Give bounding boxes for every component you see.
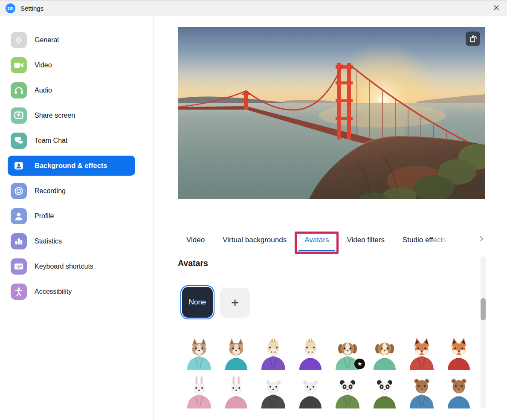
person-icon [11,208,27,224]
avatar-thumbnail-rabbit-hoodie[interactable] [180,371,217,409]
sidebar-list: ⚙GeneralVideoAudioShare screenTeam ChatB… [0,27,153,304]
avatar-thumbnail-rabbit-tshirt[interactable] [217,371,255,409]
avatar-thumbnail-fox-hoodie[interactable] [403,333,440,371]
tab-avatars[interactable]: Avatars [304,231,330,244]
sidebar-item-label: General [35,36,59,44]
avatar-none-button[interactable]: None [182,287,213,318]
gear-icon: ⚙ [11,32,27,48]
scrollbar-track[interactable] [481,256,486,408]
bar-chart-icon [11,233,27,249]
headphones-icon [11,82,27,98]
background-effects-tabs: VideoVirtual backgroundsAvatarsVideo fil… [185,231,447,255]
svg-text:⚙: ⚙ [15,35,23,45]
star-badge: ★ [354,359,365,369]
main-content: VideoVirtual backgroundsAvatarsVideo fil… [154,16,507,420]
avatar-grid: ★ [180,333,479,409]
avatars-section-heading: Avatars [178,258,208,268]
avatar-thumbnail-corgi-hoodie[interactable] [180,333,217,371]
scrollbar-thumb[interactable] [481,298,486,320]
avatar-thumbnail-panda-hoodie[interactable] [329,371,366,409]
tab-studio-effects[interactable]: Studio effects [402,231,447,244]
sidebar-item-general[interactable]: ⚙General [0,27,153,52]
avatar-thumbnail-horse-tshirt[interactable] [292,333,329,371]
record-circle-icon [11,183,27,199]
sidebar-item-accessibility[interactable]: Accessibility [0,279,153,304]
window-title: Settings [20,5,43,12]
tab-virtual-backgrounds[interactable]: Virtual backgrounds [222,231,287,244]
sidebar-item-label: Accessibility [35,288,72,295]
sidebar-item-label: Recording [35,187,66,195]
avatar-thumbnail-dog-tshirt[interactable] [366,333,403,371]
avatar-thumbnail-polar-bear-hoodie[interactable] [255,371,292,409]
person-card-icon [11,158,27,174]
chevron-right-icon [478,235,485,244]
more-tabs-button[interactable] [476,235,487,245]
avatar-thumbnail-panda-tshirt[interactable] [366,371,403,409]
rotate-preview-button[interactable] [466,32,480,46]
zoom-app-icon: zm [6,3,15,13]
sidebar-item-label: Share screen [35,112,75,119]
avatar-thumbnail-beaver-hoodie[interactable] [403,371,440,409]
sidebar-item-recording[interactable]: Recording [0,178,153,203]
avatar-thumbnail-dog-hoodie[interactable]: ★ [329,333,366,371]
avatar-thumbnail-beaver-tshirt[interactable] [440,371,477,409]
sidebar-item-audio[interactable]: Audio [0,78,153,103]
tab-label-part: ect [433,236,443,244]
tab-label-part: Studio eff [403,236,433,244]
tab-video[interactable]: Video [185,231,206,244]
sidebar-item-label: Audio [35,87,52,94]
avatar-thumbnail-fox-tshirt[interactable] [440,333,477,371]
chat-bubbles-icon [11,133,27,149]
keyboard-icon [11,258,27,275]
sidebar-item-profile[interactable]: Profile [0,203,153,229]
sidebar-item-label: Video [35,61,52,69]
sidebar-item-label: Keyboard shortcuts [35,263,93,270]
settings-sidebar: ⚙GeneralVideoAudioShare screenTeam ChatB… [0,16,154,420]
add-avatar-button[interactable]: + [220,288,250,318]
sidebar-item-label: Team Chat [35,137,67,145]
sidebar-item-label: Statistics [35,238,62,245]
title-bar: zm Settings [0,1,507,16]
active-tab-underline [298,250,335,251]
sidebar-item-label: Profile [35,212,54,220]
accessibility-icon [11,284,27,300]
share-screen-icon [11,107,27,124]
sidebar-item-share-screen[interactable]: Share screen [0,103,153,128]
golden-gate-scene [178,27,485,199]
sidebar-item-team-chat[interactable]: Team Chat [0,128,153,153]
avatar-thumbnail-horse-hoodie[interactable] [255,333,292,371]
close-icon [492,3,501,14]
avatar-thumbnail-polar-bear-tshirt[interactable] [292,371,329,409]
plus-icon: + [231,295,239,311]
sidebar-item-video[interactable]: Video [0,52,153,78]
rotate-icon [468,34,478,43]
tab-video-filters[interactable]: Video filters [346,231,385,244]
video-camera-icon [11,57,27,73]
sidebar-item-background-effects[interactable]: Background & effects [8,156,135,176]
sidebar-item-keyboard-shortcuts[interactable]: Keyboard shortcuts [0,254,153,279]
preview-image [178,27,485,199]
sidebar-item-statistics[interactable]: Statistics [0,229,153,254]
sidebar-item-label: Background & effects [35,162,107,170]
tab-label-part: s [443,236,446,244]
avatar-thumbnail-corgi-tshirt[interactable] [217,333,255,371]
close-button[interactable] [489,2,504,15]
none-label: None [189,298,206,307]
